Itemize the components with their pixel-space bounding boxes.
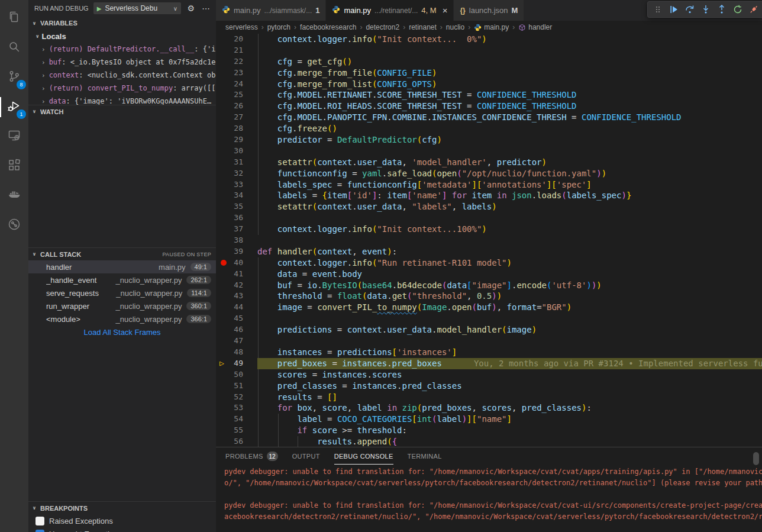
code-line-text[interactable]: labels = {item['id']: item['name'] for i… (257, 190, 762, 201)
breadcrumb-item-pytorch[interactable]: pytorch (267, 23, 290, 31)
editor-gutter[interactable]: 28 (216, 123, 257, 134)
code-line-text[interactable]: if score >= threshold: (257, 425, 762, 436)
editor-gutter[interactable]: 39 (216, 246, 257, 257)
activity-source-control[interactable]: 8 (0, 63, 28, 92)
editor-gutter[interactable]: 45 (216, 313, 257, 324)
editor-gutter[interactable]: 21 (216, 45, 257, 56)
code-line-text[interactable]: pred_boxes = instances.pred_boxesYou, 2 … (257, 358, 762, 369)
restart-icon[interactable] (730, 2, 745, 17)
code-line-text[interactable]: cfg.merge_from_file(CONFIG_FILE) (257, 67, 762, 79)
stack-frame-row[interactable]: run_wrapper_nuclio_wrapper.py360:1 (28, 299, 216, 312)
step-out-icon[interactable] (714, 2, 729, 17)
editor-gutter[interactable]: 46 (216, 324, 257, 336)
editor-gutter[interactable]: 56 (216, 436, 257, 447)
code-line-text[interactable]: threshold = float(data.get("threshold", … (257, 291, 762, 302)
breadcrumb-item-detectron2[interactable]: detectron2 (366, 23, 399, 31)
activity-search[interactable] (0, 33, 28, 63)
code-line-text[interactable]: data = event.body (257, 269, 762, 280)
editor-gutter[interactable]: 48 (216, 347, 257, 358)
variable-row[interactable]: ›buf: <_io.BytesIO object at 0x7f5a2dc1e… (28, 56, 216, 69)
code-line-text[interactable] (257, 146, 762, 157)
editor-gutter[interactable]: 55 (216, 425, 257, 436)
code-line-text[interactable]: buf = io.BytesIO(base64.b64decode(data["… (257, 280, 762, 291)
step-into-icon[interactable] (698, 2, 713, 17)
code-line-text[interactable]: cfg.merge_from_list(CONFIG_OPTS) (257, 79, 762, 90)
editor-gutter[interactable]: 26 (216, 101, 257, 112)
editor-gutter[interactable]: 38 (216, 235, 257, 246)
code-line-text[interactable]: results = [] (257, 392, 762, 403)
editor-gutter[interactable]: 37 (216, 224, 257, 235)
locals-group[interactable]: ∨ Locals (28, 30, 216, 43)
code-line-text[interactable]: def handler(context, event): (257, 246, 762, 257)
editor-gutter[interactable]: 36 (216, 212, 257, 224)
tab-main-py[interactable]: main.py.../retinanet/...4, M× (326, 0, 454, 21)
editor-gutter[interactable]: 52 (216, 392, 257, 403)
breadcrumb-item-facebookresearch[interactable]: facebookresearch (300, 23, 356, 31)
code-line-text[interactable]: predictions = context.user_data.model_ha… (257, 324, 762, 336)
variable-row[interactable]: ›context: <nuclio_sdk.context.Context ob… (28, 69, 216, 82)
gear-icon[interactable]: ⚙ (186, 4, 196, 13)
code-line-text[interactable]: instances = predictions['instances'] (257, 347, 762, 358)
editor-gutter[interactable]: 53 (216, 402, 257, 414)
activity-git-graph[interactable] (0, 211, 28, 240)
editor-gutter[interactable]: 43 (216, 291, 257, 302)
panel-tab-output[interactable]: OUTPUT (292, 447, 320, 465)
activity-extensions[interactable] (0, 151, 28, 181)
breadcrumb-item-retinanet[interactable]: retinanet (409, 23, 437, 31)
variable-row[interactable]: ›data: {'image': 'iVBORw0KGgoAAAANSUhE… (28, 95, 216, 105)
gripper-icon[interactable] (650, 2, 665, 17)
variables-header[interactable]: ∨ VARIABLES (28, 17, 216, 30)
breakpoints-header[interactable]: ∨ BREAKPOINTS (28, 501, 216, 514)
load-all-stack-frames-link[interactable]: Load All Stack Frames (28, 325, 216, 338)
continue-icon[interactable] (666, 2, 681, 17)
code-line-text[interactable]: setattr(context.user_data, 'model_handle… (257, 157, 762, 168)
breadcrumb-item-serverless[interactable]: serverless (225, 23, 258, 31)
activity-remote-explorer[interactable] (0, 122, 28, 151)
editor-gutter[interactable]: 22 (216, 56, 257, 67)
code-line-text[interactable]: scores = instances.scores (257, 369, 762, 381)
code-line-text[interactable] (257, 212, 762, 224)
editor-gutter[interactable]: 31 (216, 157, 257, 168)
editor-gutter[interactable]: 32 (216, 168, 257, 179)
code-line-text[interactable]: context.logger.info("Init context...100%… (257, 224, 762, 235)
editor-gutter[interactable]: 25 (216, 89, 257, 101)
editor-gutter[interactable]: 47 (216, 336, 257, 347)
checkbox-checked[interactable]: ✓ (35, 530, 44, 532)
editor-gutter[interactable]: 33 (216, 179, 257, 191)
more-actions-icon[interactable]: ⋯ (201, 4, 211, 13)
code-line-text[interactable] (257, 313, 762, 324)
editor-gutter[interactable]: 24 (216, 79, 257, 90)
editor-gutter[interactable]: 50 (216, 369, 257, 381)
code-line-text[interactable]: pred_classes = instances.pred_classes (257, 381, 762, 392)
editor-gutter[interactable]: 20 (216, 34, 257, 45)
code-line-text[interactable]: cfg = get_cfg() (257, 56, 762, 67)
stack-frame-row[interactable]: _handle_event_nuclio_wrapper.py262:1 (28, 273, 216, 286)
editor-gutter[interactable]: 30 (216, 146, 257, 157)
code-line-text[interactable]: cfg.MODEL.ROI_HEADS.SCORE_THRESH_TEST = … (257, 101, 762, 112)
code-line-text[interactable]: setattr(context.user_data, "labels", lab… (257, 201, 762, 212)
code-editor[interactable]: 20 context.logger.info("Init context... … (216, 34, 762, 447)
editor-gutter[interactable]: 44 (216, 302, 257, 313)
code-line-text[interactable] (257, 336, 762, 347)
code-line-text[interactable]: cfg.freeze() (257, 123, 762, 134)
editor-gutter[interactable]: 51 (216, 381, 257, 392)
breadcrumb-item-handler[interactable]: handler (518, 23, 552, 31)
code-line-text[interactable] (257, 235, 762, 246)
editor-gutter[interactable]: ▷49 (216, 358, 257, 369)
code-line-text[interactable]: context.logger.info("Init context... 0%"… (257, 34, 762, 45)
editor-gutter[interactable]: 35 (216, 201, 257, 212)
activity-docker[interactable] (0, 181, 28, 211)
editor-gutter[interactable]: 41 (216, 269, 257, 280)
stack-frame-row[interactable]: handlermain.py49:1 (28, 260, 216, 273)
code-line-text[interactable]: cfg.MODEL.RETINANET.SCORE_THRESH_TEST = … (257, 89, 762, 101)
code-line-text[interactable]: image = convert_PIL_to_numpy(Image.open(… (257, 302, 762, 313)
code-line-text[interactable]: predictor = DefaultPredictor(cfg) (257, 134, 762, 146)
step-over-icon[interactable] (682, 2, 697, 17)
stack-frame-row[interactable]: serve_requests_nuclio_wrapper.py114:1 (28, 286, 216, 299)
code-line-text[interactable]: results.append({ (257, 436, 762, 447)
editor-gutter[interactable]: 54 (216, 414, 257, 425)
panel-tab-debug-console[interactable]: DEBUG CONSOLE (334, 447, 393, 465)
close-icon[interactable]: × (443, 5, 448, 15)
start-debug-icon[interactable]: ▶ (97, 5, 102, 12)
code-line-text[interactable]: label = COCO_CATEGORIES[int(label)]["nam… (257, 414, 762, 425)
